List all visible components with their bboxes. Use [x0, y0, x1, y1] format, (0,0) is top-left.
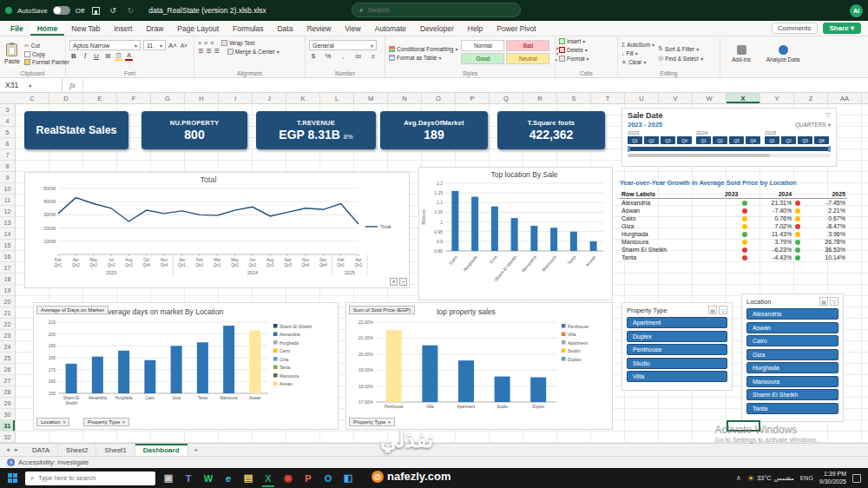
- ribbon-tab-help[interactable]: Help: [461, 21, 490, 36]
- row-header-12[interactable]: 12: [0, 206, 15, 217]
- column-header-K[interactable]: K: [286, 93, 320, 103]
- search-input[interactable]: [367, 6, 513, 14]
- addins-button[interactable]: Add-ins: [724, 38, 759, 69]
- row-header-7[interactable]: 7: [0, 149, 15, 161]
- paste-button[interactable]: Paste: [3, 38, 21, 69]
- fx-icon[interactable]: fx: [62, 78, 83, 92]
- font-name-select[interactable]: Aptos Narrow▾: [69, 40, 141, 50]
- row-header-10[interactable]: 10: [0, 183, 15, 195]
- file-name[interactable]: data_RealState (version 2).xlsb.xlsx: [148, 6, 266, 15]
- row-header-27[interactable]: 27: [0, 375, 15, 386]
- sheet-tab-data[interactable]: DATA: [24, 444, 58, 456]
- whatsapp-icon[interactable]: W: [200, 470, 217, 487]
- timeline-filter-icon[interactable]: ▽: [826, 112, 831, 119]
- row-header-30[interactable]: 30: [0, 409, 15, 420]
- cell-style-neutral[interactable]: Neutral: [506, 53, 549, 64]
- pivot-field-button-sum-of-sold-price-egp[interactable]: Sum of Sold Price (EGP): [349, 306, 415, 314]
- column-header-E[interactable]: E: [83, 93, 117, 103]
- column-header-V[interactable]: V: [659, 93, 693, 103]
- column-header-T[interactable]: T: [591, 93, 625, 103]
- weather-widget[interactable]: ☀ 33°C مشمس: [747, 474, 794, 483]
- timeline-2025-q4[interactable]: Q4: [814, 136, 829, 144]
- multi-select-icon[interactable]: ▤: [708, 306, 717, 314]
- cell-style-bad[interactable]: Bad: [506, 40, 549, 51]
- ribbon-tab-new-tab[interactable]: New Tab: [64, 21, 107, 36]
- align-left-icon[interactable]: ☰: [198, 48, 203, 55]
- name-box[interactable]: X31▾: [0, 78, 62, 92]
- comments-button[interactable]: Comments: [772, 23, 818, 34]
- conditional-formatting-button[interactable]: Conditional Formatting▾: [389, 46, 457, 52]
- sheet-area[interactable]: 3456789101112131415161718192021222324252…: [0, 104, 868, 443]
- timeline-selection-bar[interactable]: [628, 147, 831, 151]
- row-header-16[interactable]: 16: [0, 251, 15, 262]
- row-header-17[interactable]: 17: [0, 262, 15, 274]
- task-view-icon[interactable]: ▣: [160, 470, 177, 487]
- column-header-N[interactable]: N: [388, 93, 422, 103]
- column-header-X[interactable]: X: [727, 93, 760, 103]
- align-top-icon[interactable]: ≡: [198, 40, 201, 46]
- avatar[interactable]: AI: [850, 4, 863, 17]
- clear-button[interactable]: ✕Clear▾: [621, 59, 654, 66]
- cell-style-good[interactable]: Good: [461, 53, 504, 64]
- align-middle-icon[interactable]: ≡: [204, 40, 207, 46]
- location-slicer[interactable]: Location ▤ ▽ AlexandriaAswanCairoGizaHur…: [741, 293, 844, 422]
- edge-icon[interactable]: e: [220, 470, 237, 487]
- row-header-20[interactable]: 20: [0, 296, 15, 307]
- comma-icon[interactable]: ,: [339, 52, 347, 60]
- column-header-D[interactable]: D: [49, 93, 83, 103]
- row-header-28[interactable]: 28: [0, 386, 15, 398]
- autosum-button[interactable]: ΣAutoSum▾: [621, 42, 654, 48]
- ribbon-tab-formulas[interactable]: Formulas: [226, 21, 270, 36]
- align-center-icon[interactable]: ☰: [206, 48, 211, 55]
- font-size-select[interactable]: 11▾: [143, 40, 166, 50]
- taskbar-search-input[interactable]: [38, 474, 150, 482]
- slicer-item-penthouse[interactable]: Penthouse: [627, 344, 727, 355]
- column-header-G[interactable]: G: [151, 93, 185, 103]
- slicer-item-mansoura[interactable]: Mansoura: [746, 376, 838, 387]
- column-header-F[interactable]: F: [117, 93, 151, 103]
- row-header-31[interactable]: 31: [0, 420, 15, 432]
- column-header-AA[interactable]: AA: [828, 93, 862, 103]
- row-header-13[interactable]: 13: [0, 217, 15, 228]
- analyze-data-button[interactable]: Analyze Data: [762, 38, 804, 69]
- column-header-J[interactable]: J: [253, 93, 286, 103]
- slicer-item-apartment[interactable]: Apartment: [627, 317, 727, 328]
- column-header-Q[interactable]: Q: [490, 93, 523, 103]
- decrease-decimal-icon[interactable]: .0: [368, 54, 377, 59]
- property-type-slicer[interactable]: Property Type ▤ ▽ ApartmentDuplexPenthou…: [621, 302, 733, 391]
- timeline-2025-q2[interactable]: Q2: [781, 136, 796, 144]
- search-box[interactable]: ⌕: [352, 3, 521, 17]
- row-header-26[interactable]: 26: [0, 364, 15, 375]
- pivot-axis-button-location[interactable]: Location▾: [36, 418, 69, 426]
- pivot-axis-button-property-type[interactable]: Property Type▾: [83, 418, 129, 426]
- ribbon-tab-view[interactable]: View: [338, 21, 367, 36]
- align-bottom-icon[interactable]: ≡: [210, 40, 214, 46]
- slicer-item-aswan[interactable]: Aswan: [746, 322, 838, 333]
- row-header-4[interactable]: 4: [0, 115, 15, 127]
- cut-button[interactable]: ✂Cut: [24, 43, 69, 49]
- timeline-2023-q1[interactable]: Q1: [628, 136, 642, 144]
- outlook-icon[interactable]: O: [319, 470, 337, 487]
- ribbon-tab-developer[interactable]: Developer: [413, 21, 461, 36]
- format-painter-button[interactable]: Format Painter: [24, 59, 69, 65]
- cell-style-normal[interactable]: Normal: [461, 40, 504, 51]
- sheet-tab-sheet2[interactable]: Sheet2: [58, 444, 96, 456]
- taskbar-search[interactable]: ⌕: [25, 472, 155, 485]
- slicer-item-giza[interactable]: Giza: [746, 349, 838, 360]
- timeline-2023-q4[interactable]: Q4: [677, 136, 692, 144]
- row-header-5[interactable]: 5: [0, 127, 15, 138]
- timeline-granularity-select[interactable]: QUARTERS ▾: [795, 122, 831, 129]
- redo-icon[interactable]: ↻: [124, 4, 136, 16]
- slicer-item-studio[interactable]: Studio: [627, 358, 727, 369]
- powerpoint-icon[interactable]: P: [299, 470, 317, 487]
- bold-button[interactable]: B: [69, 52, 78, 60]
- timeline-2024-q3[interactable]: Q3: [729, 136, 744, 144]
- sheet-tab-dashboard[interactable]: Dashboard: [135, 444, 188, 456]
- column-header-U[interactable]: U: [625, 93, 659, 103]
- multi-select-icon[interactable]: ▤: [819, 297, 828, 306]
- add-sheet-button[interactable]: +: [188, 444, 205, 456]
- clear-filter-icon[interactable]: ▽: [719, 306, 727, 314]
- formula-input[interactable]: [83, 78, 868, 92]
- timeline-scrollbar[interactable]: [628, 154, 831, 157]
- ribbon-tab-power-pivot[interactable]: Power Pivot: [490, 21, 542, 36]
